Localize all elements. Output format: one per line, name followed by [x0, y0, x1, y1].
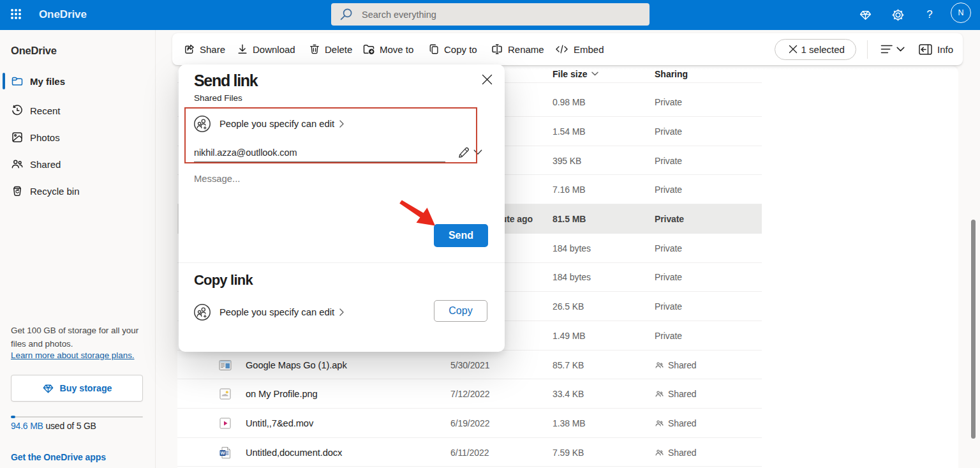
selection-pill[interactable]: 1 selected [775, 39, 856, 60]
permission-selector[interactable]: People you specify can edit [219, 116, 344, 132]
sort-lines-icon [880, 44, 893, 54]
sidebar-title: OneDrive [11, 45, 57, 57]
help-icon[interactable]: ? [921, 6, 939, 24]
sort-button[interactable] [880, 33, 905, 65]
recipient-email: nikhil.azza@outllook.com [194, 147, 297, 158]
storage-quota-text: 94.6 MB used of 5 GB [11, 421, 96, 431]
premium-diamond-icon[interactable] [856, 6, 874, 24]
file-size: 26.5 KB [553, 301, 584, 312]
scrollbar-thumb[interactable] [971, 220, 976, 439]
dialog-subtitle: Shared Files [194, 93, 242, 103]
file-sharing: Private [655, 185, 682, 195]
people-can-edit-icon[interactable] [194, 116, 211, 132]
file-size: 7.16 MB [553, 185, 585, 195]
delete-button[interactable]: Delete [309, 33, 352, 65]
file-size: 1.49 MB [553, 331, 585, 341]
people-icon [655, 361, 664, 370]
share-button[interactable]: Share [183, 33, 225, 65]
send-button[interactable]: Send [434, 224, 488, 247]
file-name: Google Maps Go (1).apk [246, 360, 347, 370]
embed-button[interactable]: Embed [554, 33, 604, 65]
share-label: Share [200, 44, 225, 55]
copy-to-button[interactable]: Copy to [428, 33, 477, 65]
sidebar-item-label: Recycle bin [30, 186, 80, 197]
recipient-input[interactable]: nikhil.azza@outllook.com [194, 147, 471, 158]
edit-pencil-icon[interactable] [457, 146, 470, 159]
close-icon [482, 74, 493, 85]
info-pane-icon [919, 44, 932, 55]
selection-indicator [3, 183, 5, 199]
chevron-down-icon [591, 72, 598, 76]
dialog-divider [179, 262, 505, 263]
people-icon [655, 389, 664, 398]
people-can-edit-icon[interactable] [194, 304, 211, 321]
download-icon [237, 43, 248, 55]
chevron-down-icon[interactable] [473, 149, 482, 155]
delete-label: Delete [325, 44, 352, 55]
column-header-sharing[interactable]: Sharing [655, 69, 688, 79]
file-size: 81.5 MB [553, 214, 586, 224]
app-launcher-waffle-icon[interactable] [11, 9, 22, 20]
sidebar-item-shared[interactable]: Shared [0, 151, 156, 177]
image-file-icon [219, 388, 232, 400]
sidebar-item-photos[interactable]: Photos [0, 124, 156, 151]
copy-to-icon [428, 43, 440, 55]
file-name: Untitled,document.docx [246, 448, 342, 458]
file-size: 395 KB [553, 156, 581, 166]
move-to-button[interactable]: Move to [362, 33, 413, 65]
file-modified: 5/30/2021 [450, 360, 489, 370]
file-row[interactable]: Google Maps Go (1).apk5/30/202185.7 KBSh… [177, 351, 762, 380]
file-row[interactable]: Untitl,,7&ed.mov6/19/20221.38 MBShared [177, 409, 762, 438]
apk-file-icon [219, 359, 232, 372]
file-size: 1.54 MB [553, 126, 585, 137]
file-sharing: Private [655, 214, 684, 224]
file-size: 184 bytes [553, 243, 591, 253]
dialog-close-button[interactable] [477, 70, 496, 89]
file-modified: 7/12/2022 [450, 389, 489, 399]
settings-gear-icon[interactable] [889, 6, 907, 24]
get-apps-link[interactable]: Get the OneDrive apps [11, 452, 106, 462]
people-icon [11, 158, 24, 170]
download-label: Download [253, 44, 295, 55]
image-icon [11, 131, 24, 144]
sidebar-item-recycle-bin[interactable]: Recycle bin [0, 177, 156, 204]
sidebar: OneDrive My files Recent Photos [0, 30, 156, 468]
file-size: 7.59 KB [553, 448, 584, 458]
video-file-icon [219, 417, 232, 430]
sidebar-item-label: Shared [30, 159, 61, 170]
permission-label: People you specify can edit [219, 119, 334, 129]
search-box[interactable]: Search everything [331, 3, 650, 26]
search-placeholder: Search everything [362, 10, 436, 20]
selection-indicator [3, 102, 5, 119]
rename-button[interactable]: Rename [491, 33, 544, 65]
rename-label: Rename [508, 44, 544, 55]
buy-storage-button[interactable]: Buy storage [11, 375, 143, 402]
sidebar-item-recent[interactable]: Recent [0, 97, 156, 124]
download-button[interactable]: Download [237, 33, 295, 65]
selection-indicator [3, 73, 5, 89]
delete-icon [309, 43, 320, 55]
dialog-title: Send link [194, 72, 257, 90]
search-icon [339, 8, 352, 21]
move-to-label: Move to [380, 44, 413, 55]
copy-permission-selector[interactable]: People you specify can edit [219, 304, 344, 321]
copy-button[interactable]: Copy [434, 300, 487, 322]
storage-plans-link[interactable]: Learn more about storage plans. [11, 351, 135, 360]
info-button[interactable]: Info [905, 33, 953, 65]
file-modified: 6/19/2022 [450, 418, 489, 428]
file-size: 0.98 MB [553, 97, 585, 107]
file-sharing: Private [655, 126, 682, 137]
folder-icon [11, 75, 24, 87]
row-divider [177, 466, 762, 467]
file-row[interactable]: WUntitled,document.docx6/11/20227.59 KBS… [177, 438, 762, 467]
history-icon [11, 104, 24, 117]
message-input[interactable]: Message... [194, 174, 240, 184]
file-row[interactable]: on My Profile.png7/12/202233.4 KBShared [177, 379, 762, 409]
account-avatar[interactable]: N [951, 3, 971, 23]
recycle-bin-icon [11, 185, 24, 197]
sidebar-item-my-files[interactable]: My files [0, 68, 156, 94]
file-size: 33.4 KB [553, 389, 584, 399]
file-size: 184 bytes [553, 272, 591, 282]
column-header-file-size[interactable]: File size [553, 69, 598, 79]
file-size: 85.7 KB [553, 360, 584, 370]
